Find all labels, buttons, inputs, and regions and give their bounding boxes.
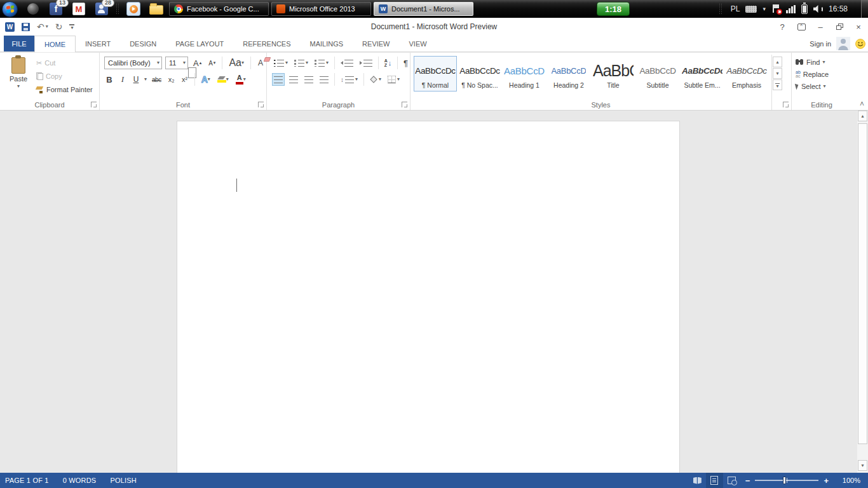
sort-button[interactable]: AZ ↓ (383, 57, 394, 69)
superscript-button[interactable]: x² (180, 73, 190, 86)
multilevel-dropdown-icon[interactable]: ▾ (326, 60, 329, 65)
pinned-app-messenger[interactable]: 28 (93, 1, 110, 17)
italic-button[interactable]: I (118, 73, 128, 86)
grow-font-button[interactable]: A▴ (191, 57, 203, 69)
shading-button[interactable]: ▾ (368, 73, 383, 86)
avatar[interactable] (836, 37, 850, 50)
show-desktop-button[interactable] (861, 0, 868, 18)
strikethrough-button[interactable]: abc (150, 73, 163, 86)
zoom-out-button[interactable]: − (745, 476, 750, 485)
style-subtitle[interactable]: AaBbCcD Subtitle (636, 56, 679, 92)
multilevel-list-button[interactable]: ▾ (313, 57, 330, 69)
undo-dropdown-icon[interactable]: ▾ (46, 24, 48, 29)
save-button[interactable] (22, 23, 30, 31)
font-color-button[interactable]: A▾ (234, 73, 248, 86)
line-spacing-button[interactable]: ↕▾ (339, 73, 360, 86)
tray-dropdown-icon[interactable]: ▾ (763, 6, 766, 12)
pinned-app-facebook[interactable]: f 13 (48, 1, 64, 17)
read-mode-button[interactable] (689, 473, 706, 488)
underline-button[interactable]: U (131, 73, 141, 86)
align-center-button[interactable] (287, 73, 300, 86)
font-color-dropdown-icon[interactable]: ▾ (243, 77, 246, 82)
zoom-slider[interactable] (755, 480, 818, 481)
document-page[interactable] (177, 121, 680, 488)
style-emphasis[interactable]: AaBbCcDc Emphasis (725, 56, 768, 92)
increase-indent-button[interactable] (358, 57, 374, 69)
select-dropdown-icon[interactable]: ▾ (824, 84, 826, 89)
pinned-app-gmail[interactable]: M (71, 1, 87, 17)
style-no-spacing[interactable]: AaBbCcDc ¶ No Spac... (458, 56, 501, 92)
borders-button[interactable]: ▾ (386, 73, 402, 86)
style-normal[interactable]: AaBbCcDc ¶ Normal (414, 56, 457, 92)
tab-view[interactable]: VIEW (400, 36, 437, 51)
styles-scroll-up-button[interactable]: ▴ (773, 57, 782, 67)
select-button[interactable]: Select ▾ (796, 81, 851, 91)
word-count[interactable]: 0 WORDS (63, 477, 97, 484)
network-signal-icon[interactable] (786, 5, 796, 13)
scroll-up-button[interactable]: ▴ (858, 111, 867, 121)
print-layout-button[interactable] (706, 473, 723, 488)
taskbar-window-word[interactable]: W Document1 - Micros... (374, 2, 473, 16)
language-status[interactable]: POLISH (110, 477, 137, 484)
format-painter-button[interactable]: Format Painter (36, 85, 93, 95)
pinned-app-browser[interactable] (25, 1, 41, 17)
cut-button[interactable]: ✂ Cut (36, 58, 93, 68)
tab-review[interactable]: REVIEW (353, 36, 399, 51)
replace-button[interactable]: abac Replace (796, 69, 851, 79)
keyboard-icon[interactable] (745, 6, 757, 13)
scrollbar-thumb[interactable] (858, 123, 867, 444)
clock[interactable]: 16:58 (829, 4, 848, 13)
justify-button[interactable] (318, 73, 330, 86)
redo-button[interactable]: ↻ (55, 22, 63, 31)
bullets-dropdown-icon[interactable]: ▾ (285, 60, 288, 65)
timer-widget[interactable]: 1:18 (597, 2, 630, 16)
styles-dialog-launcher[interactable] (783, 102, 789, 107)
style-title[interactable]: AaBbCc Title (592, 56, 635, 92)
collapse-ribbon-button[interactable]: ˄ (860, 102, 864, 106)
clear-formatting-button[interactable]: A (255, 57, 266, 69)
copy-button[interactable]: Copy (36, 71, 93, 81)
customize-qat-button[interactable]: ▾ (69, 24, 74, 29)
zoom-slider-thumb[interactable] (783, 477, 786, 484)
help-button[interactable]: ? (773, 20, 792, 34)
web-layout-button[interactable] (723, 473, 740, 488)
change-case-button[interactable]: Aa▾ (227, 57, 246, 69)
minimize-button[interactable]: – (811, 20, 830, 34)
tab-mailings[interactable]: MAILINGS (301, 36, 353, 51)
close-button[interactable]: × (849, 20, 868, 34)
find-button[interactable]: Find ▾ (796, 57, 851, 67)
zoom-percentage[interactable]: 100% (834, 477, 860, 484)
shrink-font-button[interactable]: A▾ (207, 57, 217, 69)
zoom-in-button[interactable]: + (824, 476, 829, 485)
subscript-button[interactable]: x₂ (166, 73, 177, 86)
ribbon-display-options-button[interactable]: ˄ (792, 20, 811, 34)
text-highlight-button[interactable]: ▾ (215, 73, 231, 86)
taskbar-window-office[interactable]: Microsoft Office 2013 (271, 2, 371, 16)
taskbar-window-facebook[interactable]: Facebook - Google C... (169, 2, 269, 16)
bold-button[interactable]: B (104, 73, 114, 86)
battery-icon[interactable] (801, 4, 808, 14)
feedback-smiley-icon[interactable] (855, 39, 865, 49)
align-left-button[interactable] (272, 73, 285, 86)
show-hide-marks-button[interactable]: ¶ (402, 57, 410, 69)
numbering-dropdown-icon[interactable]: ▾ (306, 60, 308, 65)
start-button[interactable] (2, 1, 18, 17)
line-spacing-dropdown-icon[interactable]: ▾ (355, 77, 358, 82)
styles-more-button[interactable]: ▾ (773, 79, 782, 90)
font-size-dropdown-icon[interactable]: ▾ (183, 60, 186, 65)
highlight-dropdown-icon[interactable]: ▾ (226, 77, 229, 82)
tab-home[interactable]: HOME (34, 36, 76, 52)
language-indicator[interactable]: PL (731, 4, 740, 13)
undo-button[interactable]: ↶▾ (37, 22, 48, 31)
text-effects-button[interactable]: A▾ (200, 73, 212, 86)
speaker-icon[interactable] (813, 5, 823, 13)
shading-dropdown-icon[interactable]: ▾ (379, 77, 381, 82)
tab-references[interactable]: REFERENCES (233, 36, 300, 51)
font-dialog-launcher[interactable] (258, 102, 264, 107)
styles-scroll-down-button[interactable]: ▾ (773, 68, 782, 79)
vertical-scrollbar[interactable]: ▴ ▾ (857, 111, 868, 473)
font-size-combobox[interactable]: 11 ▾ (165, 57, 188, 69)
action-center-flag-icon[interactable] (771, 4, 780, 14)
style-heading2[interactable]: AaBbCcD Heading 2 (547, 56, 590, 92)
align-right-button[interactable] (302, 73, 315, 86)
